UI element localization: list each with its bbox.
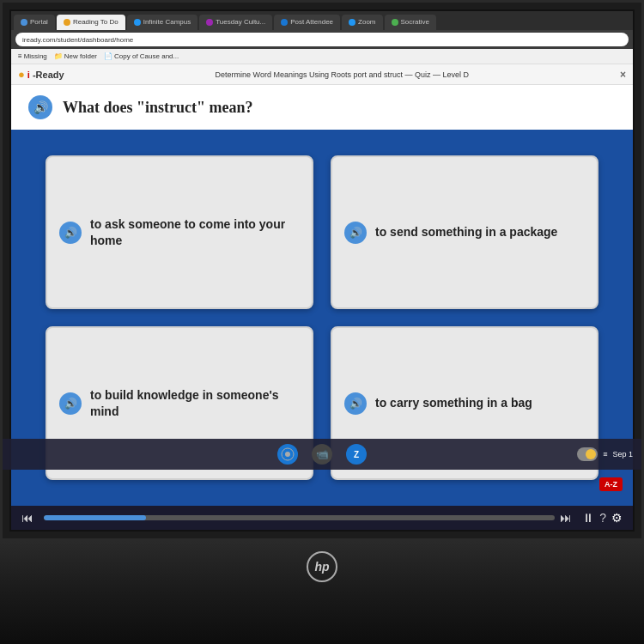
laptop-bezel: Portal Reading To Do Infinite Campus Tue… [0,0,644,541]
answer-text-d: to carry something in a bag [375,395,532,410]
skip-forward-button[interactable]: ⏭ [560,511,572,525]
answer-text-c: to build knowledge in someone's mind [90,387,300,418]
bookmark-missing[interactable]: ≡ Missing [18,52,47,60]
taskbar-zoom-icon[interactable]: Z [346,444,367,465]
progress-bar [44,515,555,520]
iready-titlebar: ● i -Ready Determine Word Meanings Using… [11,64,633,85]
settings-button[interactable]: ⚙ [611,511,623,525]
user-avatar-button[interactable] [577,447,598,461]
tab-infinite-campus[interactable]: Infinite Campus [127,15,198,30]
hp-logo: hp [305,550,339,584]
laptop-bottom: hp [0,541,644,644]
tab-favicon [21,19,27,26]
tab-favicon [134,19,141,26]
tab-favicon [206,19,213,26]
taskbar-chrome-icon[interactable] [277,444,298,465]
answer-text-b: to send something in a package [375,224,557,240]
tab-portal[interactable]: Portal [14,15,55,30]
progress-bar-fill [44,515,146,520]
address-bar-row: iready.com/student/dashboard/home [11,30,633,49]
toolbar-left: ⏮ [21,511,33,525]
browser-chrome: Portal Reading To Do Infinite Campus Tue… [11,11,633,64]
tab-bar: Portal Reading To Do Infinite Campus Tue… [11,11,633,30]
svg-point-1 [285,452,290,457]
pause-button[interactable]: ⏸ [582,511,594,525]
answer-speaker-d[interactable]: 🔊 [344,392,367,415]
question-header: 🔊 What does "instruct" mean? [11,85,633,130]
taskbar-video-icon[interactable]: 📹 [312,444,332,465]
system-clock: Sep 1 [612,450,633,459]
tab-zoom[interactable]: Zoom [342,15,382,30]
tab-tuesday[interactable]: Tuesday Cultu... [199,15,272,30]
toolbar-center: ⏭ [44,511,572,525]
toolbar-right: ⏸ ? ⚙ [582,511,623,525]
bookmarks-bar: ≡ Missing 📁 New folder 📄 Copy of Cause a… [11,49,633,64]
tab-post-attendee[interactable]: Post Attendee [274,15,340,30]
answer-text-a: to ask someone to come into your home [90,216,300,247]
tab-reading[interactable]: Reading To Do [57,15,125,30]
screen: Portal Reading To Do Infinite Campus Tue… [9,9,635,532]
taskbar-system-area: ≡ Sep 1 [577,447,633,461]
menu-icon[interactable]: ≡ [603,450,607,459]
iready-logo: ● i -Ready [18,68,64,81]
question-speaker-button[interactable]: 🔊 [28,95,52,119]
iready-close-button[interactable]: × [620,69,626,81]
tab-favicon [281,19,288,26]
iready-quiz-title: Determine Word Meanings Using Roots port… [64,70,620,79]
bookmark-new-folder[interactable]: 📁 New folder [54,52,97,60]
bookmark-copy[interactable]: 📄 Copy of Cause and... [104,52,179,60]
answer-card-a[interactable]: 🔊 to ask someone to come into your home [46,155,313,309]
question-text: What does "instruct" mean? [63,99,252,117]
answer-speaker-b[interactable]: 🔊 [344,222,367,244]
address-bar[interactable]: iready.com/student/dashboard/home [15,33,629,46]
tab-favicon [392,19,398,26]
iready-toolbar: ⏮ ⏭ ⏸ ? ⚙ [11,506,633,530]
help-button[interactable]: ? [599,511,606,525]
tab-favicon [64,19,70,26]
answer-speaker-a[interactable]: 🔊 [59,222,82,244]
answer-speaker-c[interactable]: 🔊 [59,392,82,415]
az-dictionary-button[interactable]: A-Z [599,477,623,491]
tab-socrative[interactable]: Socrative [385,15,436,30]
tab-favicon [349,19,355,26]
answer-card-b[interactable]: 🔊 to send something in a package [331,155,598,309]
system-taskbar: 📹 Z ≡ Sep 1 [9,439,635,470]
skip-back-button[interactable]: ⏮ [21,511,33,525]
